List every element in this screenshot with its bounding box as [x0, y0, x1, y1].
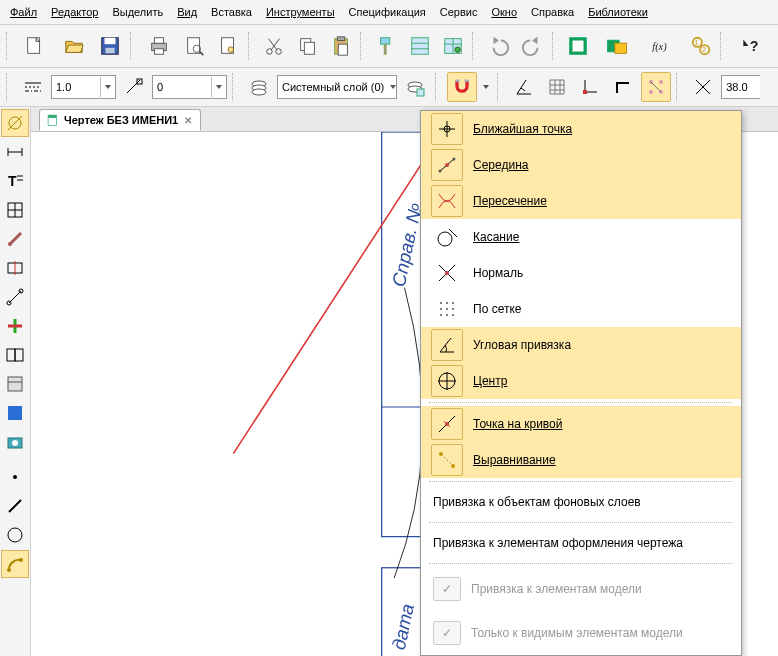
linestyle-button[interactable]: [119, 72, 149, 102]
help-button[interactable]: ?: [731, 30, 774, 62]
library-manager-button[interactable]: [562, 30, 593, 62]
tool-edit[interactable]: [1, 225, 29, 253]
toolbar-grip[interactable]: [6, 32, 13, 60]
tool-spec[interactable]: [1, 341, 29, 369]
toolbar-grip[interactable]: [232, 73, 239, 101]
undo-button[interactable]: [483, 30, 514, 62]
toolbar-grip[interactable]: [497, 73, 504, 101]
toolbar-grip[interactable]: [676, 73, 683, 101]
document-tab[interactable]: Чертеж БЕЗ ИМЕНИ1 ✕: [39, 109, 201, 131]
layers-button[interactable]: [244, 72, 274, 102]
snap-grid[interactable]: По сетке: [421, 291, 741, 327]
properties-button[interactable]: [404, 30, 435, 62]
menu-tools[interactable]: Инструменты: [260, 4, 341, 20]
snap-dropdown-arrow[interactable]: [480, 85, 492, 89]
grid-button[interactable]: [542, 72, 572, 102]
snap-tangent[interactable]: Касание: [421, 219, 741, 255]
chevron-down-icon[interactable]: [100, 77, 115, 97]
localcs-button[interactable]: [575, 72, 605, 102]
snap-toggle-button[interactable]: [447, 72, 477, 102]
menu-file[interactable]: Файл: [4, 4, 43, 20]
save-button[interactable]: [95, 30, 126, 62]
open-button[interactable]: [56, 30, 93, 62]
tool-arc[interactable]: [1, 550, 29, 578]
tool-line[interactable]: [1, 492, 29, 520]
menu-libraries[interactable]: Библиотеки: [582, 4, 654, 20]
tool-plus[interactable]: [1, 312, 29, 340]
copy-button[interactable]: [292, 30, 323, 62]
lineweight-combo[interactable]: [51, 75, 116, 99]
snap-midpoint[interactable]: Середина: [421, 147, 741, 183]
lineweight-input[interactable]: [52, 81, 100, 93]
snap-drafting[interactable]: Привязка к элементам оформления чертежа: [421, 526, 741, 560]
snap-nearest[interactable]: Ближайшая точка: [421, 111, 741, 147]
page-button[interactable]: [213, 30, 244, 62]
chevron-down-icon[interactable]: [390, 85, 396, 89]
format-paint-button[interactable]: [371, 30, 402, 62]
print-button[interactable]: [141, 30, 178, 62]
perp-button[interactable]: [509, 72, 539, 102]
tool-text[interactable]: T: [1, 167, 29, 195]
snap-intersection[interactable]: Пересечение: [421, 183, 741, 219]
toolbar-grip[interactable]: [6, 73, 13, 101]
sync-button[interactable]: 12: [685, 30, 716, 62]
snap-bg-layers[interactable]: Привязка к объектам фоновых слоев: [421, 485, 741, 519]
toolbar-grip[interactable]: [360, 32, 367, 60]
linetype-button[interactable]: [18, 72, 48, 102]
menu-bar: Файл Редактор Выделить Вид Вставка Инстр…: [0, 0, 778, 25]
close-icon[interactable]: ✕: [182, 114, 194, 126]
layer-combo[interactable]: Системный слой (0): [277, 75, 397, 99]
tool-report[interactable]: [1, 370, 29, 398]
layer-manager-button[interactable]: [400, 72, 430, 102]
redo-button[interactable]: [516, 30, 547, 62]
tool-point[interactable]: [1, 463, 29, 491]
new-button[interactable]: [17, 30, 54, 62]
paste-button[interactable]: [325, 30, 356, 62]
menu-insert[interactable]: Вставка: [205, 4, 258, 20]
snap-normal[interactable]: Нормаль: [421, 255, 741, 291]
toolbar-grip[interactable]: [435, 73, 442, 101]
svg-point-111: [453, 158, 456, 161]
toolbar-grip[interactable]: [130, 32, 137, 60]
cut-button[interactable]: [259, 30, 290, 62]
offset-input[interactable]: [153, 81, 211, 93]
toolbar-grip[interactable]: [720, 32, 727, 60]
angle-input[interactable]: [722, 81, 760, 93]
toolbar-grip[interactable]: [472, 32, 479, 60]
svg-point-117: [440, 302, 442, 304]
menu-select[interactable]: Выделить: [106, 4, 169, 20]
fx-button[interactable]: f(x): [640, 30, 683, 62]
tool-measure[interactable]: [1, 283, 29, 311]
menu-service[interactable]: Сервис: [434, 4, 484, 20]
round-button[interactable]: [641, 72, 671, 102]
menu-help[interactable]: Справка: [525, 4, 580, 20]
preview-button[interactable]: [180, 30, 211, 62]
cross-button[interactable]: [688, 72, 718, 102]
menu-edit[interactable]: Редактор: [45, 4, 104, 20]
svg-point-12: [228, 47, 234, 52]
tool-dimension[interactable]: [1, 138, 29, 166]
tool-circle[interactable]: [1, 521, 29, 549]
toolbar-grip[interactable]: [552, 32, 559, 60]
chevron-down-icon[interactable]: [211, 77, 226, 97]
tool-param[interactable]: [1, 254, 29, 282]
tool-blue[interactable]: [1, 399, 29, 427]
library-button[interactable]: [596, 30, 639, 62]
tool-table[interactable]: [1, 196, 29, 224]
menu-window[interactable]: Окно: [485, 4, 523, 20]
snap-center[interactable]: Центр: [421, 363, 741, 399]
snap-angular[interactable]: Угловая привязка: [421, 327, 741, 363]
vars-button[interactable]: [437, 30, 468, 62]
menu-spec[interactable]: Спецификация: [343, 4, 432, 20]
snap-alignment[interactable]: Выравнивание: [421, 442, 741, 478]
offset-combo[interactable]: [152, 75, 227, 99]
snap-align-icon: [431, 444, 463, 476]
menu-view[interactable]: Вид: [171, 4, 203, 20]
angle-combo[interactable]: [721, 75, 760, 99]
svg-rect-23: [384, 44, 386, 54]
tool-geometry[interactable]: [1, 109, 29, 137]
ortho-button[interactable]: [608, 72, 638, 102]
snap-point-on-curve[interactable]: Точка на кривой: [421, 406, 741, 442]
toolbar-grip[interactable]: [248, 32, 255, 60]
tool-camera[interactable]: [1, 428, 29, 456]
